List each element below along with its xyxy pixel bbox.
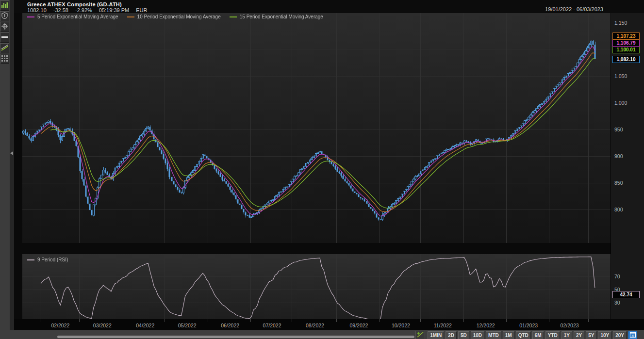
currency-label: EUR <box>136 7 147 13</box>
ema-legend-item[interactable]: 15 Period Exponential Moving Average <box>230 14 323 19</box>
toolbar-button[interactable] <box>0 32 9 43</box>
chart-application-window: Greece ATHEX Composite (GD-ATH) 1082.10-… <box>0 0 644 339</box>
crosshair-icon <box>1 23 8 32</box>
toolbar-button[interactable] <box>0 0 9 11</box>
collapse-panel-arrow[interactable] <box>10 151 13 155</box>
draw-interval-icon <box>417 331 424 339</box>
bar-chart-icon <box>1 1 8 10</box>
ema-legend: 5 Period Exponential Moving Average10 Pe… <box>27 14 332 19</box>
interval-button-10y[interactable]: 10Y <box>598 331 611 339</box>
interval-button-5d[interactable]: 5D <box>458 331 469 339</box>
interval-button-qtd[interactable]: QTD <box>516 331 531 339</box>
legend-line-swatch <box>27 16 34 17</box>
interval-button-1m[interactable]: 1M <box>503 331 514 339</box>
ema-legend-item[interactable]: 10 Period Exponential Moving Average <box>127 14 221 19</box>
interval-button-2y[interactable]: 2Y <box>574 331 584 339</box>
trendline-tool-icon <box>1 44 8 53</box>
interval-button-2d[interactable]: 2D <box>446 331 457 339</box>
calendar-button[interactable]: 31 <box>628 331 637 339</box>
horizontal-line-tool-icon <box>1 33 8 42</box>
bottom-bar: 1MIN2D5D10DMTD1MQTD6MYTD1Y2Y5Y10Y20Y31 <box>0 330 644 339</box>
toolbar-button[interactable] <box>0 11 9 21</box>
svg-text:31: 31 <box>631 334 634 337</box>
ema-legend-item[interactable]: 5 Period Exponential Moving Average <box>27 14 118 19</box>
interval-button-1min[interactable]: 1MIN <box>428 331 444 339</box>
toolbar-button[interactable] <box>0 54 9 64</box>
panel-collapse-strip <box>10 0 14 330</box>
price-change-percent: -2.92% <box>75 7 92 13</box>
rsi-legend-item[interactable]: 9 Period (RSI) <box>27 257 68 262</box>
interval-button-row: 1MIN2D5D10DMTD1MQTD6MYTD1Y2Y5Y10Y20Y31 <box>415 331 637 339</box>
legend-label: 10 Period Exponential Moving Average <box>137 14 221 19</box>
interval-button-10d[interactable]: 10D <box>471 331 484 339</box>
legend-line-swatch <box>230 16 237 17</box>
quote-time: 05:19:39 PM <box>99 7 129 13</box>
legend-line-swatch <box>127 16 134 17</box>
quote-line: 1082.10-32.58-2.92%05:19:39 PMEUR <box>27 7 154 13</box>
interval-button-1y[interactable]: 1Y <box>561 331 572 339</box>
horizontal-scrollbar[interactable] <box>57 336 414 338</box>
legend-label: 15 Period Exponential Moving Average <box>240 14 323 19</box>
last-price: 1082.10 <box>27 7 47 13</box>
interval-button-mtd[interactable]: MTD <box>486 331 501 339</box>
legend-label: 9 Period (RSI) <box>37 257 68 262</box>
left-toolbar <box>0 0 10 330</box>
shield-indicator-icon <box>1 12 8 21</box>
rsi-legend: 9 Period (RSI) <box>27 257 77 262</box>
legend-label: 5 Period Exponential Moving Average <box>37 14 118 19</box>
interval-button-5y[interactable]: 5Y <box>586 331 596 339</box>
date-range-label: 19/01/2022 - 06/03/2023 <box>545 6 603 12</box>
grid-table-icon <box>1 55 8 64</box>
chart-header: Greece ATHEX Composite (GD-ATH) 1082.10-… <box>14 0 644 13</box>
toolbar-button[interactable] <box>0 22 9 32</box>
draw-interval-button[interactable] <box>415 331 425 339</box>
price-change: -32.58 <box>53 7 68 13</box>
legend-line-swatch <box>27 259 34 260</box>
chart-canvas[interactable] <box>0 0 644 339</box>
interval-button-ytd[interactable]: YTD <box>545 331 560 339</box>
calendar-icon: 31 <box>630 331 636 339</box>
interval-button-20y[interactable]: 20Y <box>613 331 627 339</box>
toolbar-button[interactable] <box>0 43 9 53</box>
instrument-title: Greece ATHEX Composite (GD-ATH) <box>27 1 122 7</box>
interval-button-6m[interactable]: 6M <box>532 331 544 339</box>
